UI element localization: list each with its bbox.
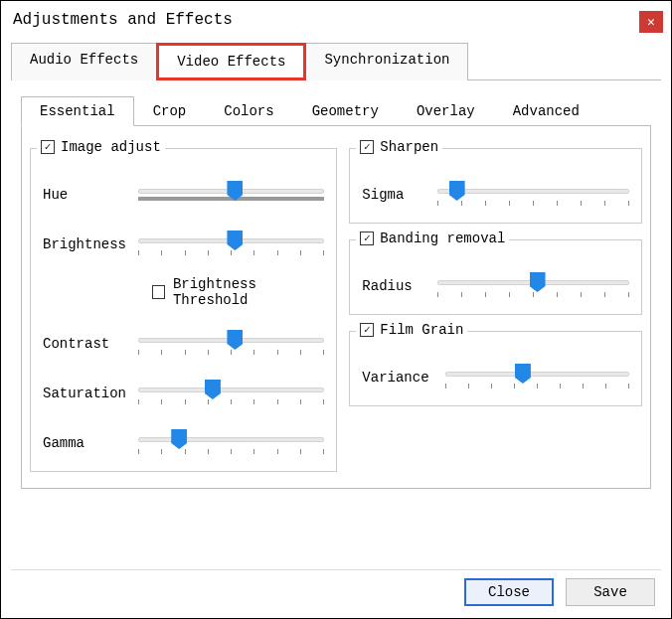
sharpen-checkbox[interactable] (360, 140, 374, 154)
hue-label: Hue (43, 187, 126, 203)
variance-label: Variance (362, 370, 433, 386)
sigma-slider[interactable] (437, 181, 629, 209)
variance-slider[interactable] (445, 364, 629, 391)
variance-thumb[interactable] (515, 364, 531, 384)
grain-checkbox[interactable] (360, 323, 374, 337)
saturation-thumb[interactable] (205, 380, 221, 399)
image-adjust-group: Image adjust Hue Brightness Bri (30, 148, 337, 472)
close-icon[interactable]: ✕ (639, 11, 663, 33)
contrast-thumb[interactable] (227, 330, 243, 350)
banding-label: Banding removal (380, 231, 505, 246)
subtab-geometry[interactable]: Geometry (293, 96, 398, 126)
gamma-label: Gamma (43, 435, 126, 451)
saturation-slider[interactable] (138, 380, 324, 407)
gamma-slider[interactable] (138, 429, 324, 457)
subtab-colors[interactable]: Colors (205, 96, 292, 126)
tab-audio-effects[interactable]: Audio Effects (11, 43, 157, 80)
contrast-label: Contrast (43, 336, 126, 352)
brightness-slider[interactable] (138, 231, 324, 258)
sharpen-group: Sharpen Sigma (349, 148, 642, 224)
sigma-label: Sigma (362, 187, 425, 203)
brightness-threshold-checkbox[interactable] (152, 285, 165, 299)
radius-label: Radius (362, 278, 425, 294)
grain-label: Film Grain (380, 322, 463, 338)
grain-group: Film Grain Variance (349, 331, 642, 406)
image-adjust-label: Image adjust (61, 139, 161, 155)
subtab-advanced[interactable]: Advanced (494, 96, 598, 126)
banding-checkbox[interactable] (360, 232, 374, 245)
sub-tabs: Essential Crop Colors Geometry Overlay A… (21, 96, 651, 126)
gamma-thumb[interactable] (171, 429, 187, 449)
brightness-threshold-label: Brightness Threshold (173, 276, 324, 308)
subtab-overlay[interactable]: Overlay (398, 96, 494, 126)
brightness-thumb[interactable] (227, 231, 243, 250)
brightness-label: Brightness (43, 236, 126, 252)
close-button[interactable]: Close (464, 578, 554, 606)
main-tabs: Audio Effects Video Effects Synchronizat… (11, 43, 661, 80)
radius-slider[interactable] (437, 272, 629, 300)
sigma-thumb[interactable] (449, 181, 465, 201)
tab-video-effects[interactable]: Video Effects (156, 43, 306, 80)
radius-thumb[interactable] (530, 272, 546, 292)
banding-group: Banding removal Radius (349, 239, 642, 315)
image-adjust-checkbox[interactable] (41, 140, 55, 154)
save-button[interactable]: Save (566, 578, 655, 606)
window-title: Adjustments and Effects (13, 11, 233, 29)
saturation-label: Saturation (43, 386, 126, 401)
tab-synchronization[interactable]: Synchronization (305, 43, 468, 80)
hue-slider[interactable] (138, 181, 324, 209)
subtab-essential[interactable]: Essential (21, 96, 134, 126)
sharpen-label: Sharpen (380, 139, 438, 155)
contrast-slider[interactable] (138, 330, 324, 358)
subtab-crop[interactable]: Crop (134, 96, 206, 126)
